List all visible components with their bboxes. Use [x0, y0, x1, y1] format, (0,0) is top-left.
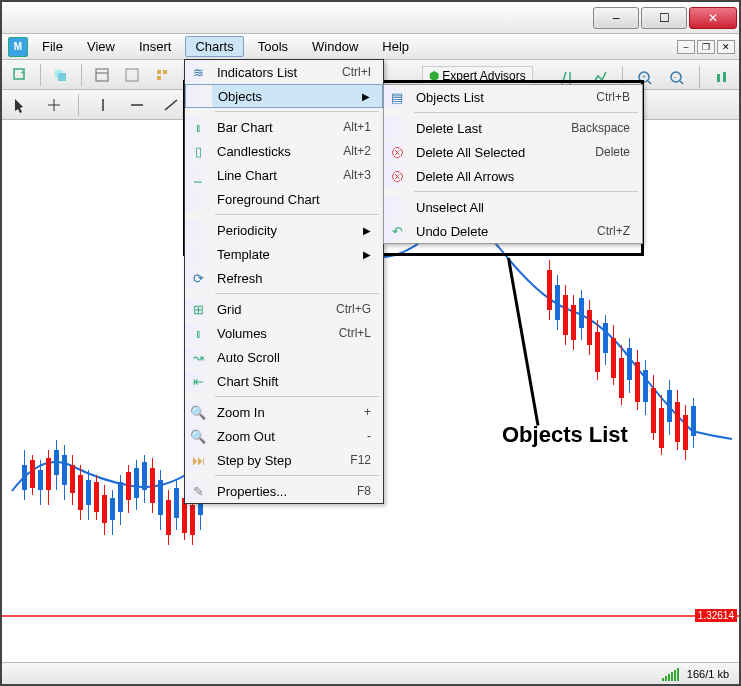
submenu-arrow-icon: ▶ — [343, 225, 371, 236]
svg-rect-6 — [126, 69, 138, 81]
mdi-close-button[interactable]: ✕ — [717, 40, 735, 54]
expert-advisors-button[interactable]: ⬢ Expert Advisors — [422, 66, 533, 86]
menu-step[interactable]: ⏭ Step by Step F12 — [185, 448, 383, 472]
svg-text:-: - — [674, 73, 677, 80]
menu-grid[interactable]: ⊞ Grid Ctrl+G — [185, 297, 383, 321]
menu-file[interactable]: File — [32, 36, 73, 57]
volumes-icon: ⫾ — [195, 326, 202, 341]
bar-chart-icon: ⫾ — [195, 120, 202, 135]
menu-refresh[interactable]: ⟳ Refresh — [185, 266, 383, 290]
svg-line-8 — [648, 81, 651, 84]
shift-icon: ⇤ — [193, 374, 204, 389]
menu-zoom-out[interactable]: 🔍 Zoom Out - — [185, 424, 383, 448]
profiles-button[interactable] — [49, 63, 73, 87]
properties-icon: ✎ — [193, 484, 204, 499]
submenu-objects-list[interactable]: ▤ Objects List Ctrl+B — [384, 85, 642, 109]
new-chart-button[interactable]: + — [8, 63, 32, 87]
delete-selected-icon: ⮾ — [391, 145, 404, 160]
cursor-button[interactable] — [8, 93, 32, 117]
menu-window[interactable]: Window — [302, 36, 368, 57]
submenu-unselect[interactable]: Unselect All — [384, 195, 642, 219]
scroll-icon: ↝ — [193, 350, 204, 365]
menu-help[interactable]: Help — [372, 36, 419, 57]
menu-line-chart[interactable]: ⎯ Line Chart Alt+3 — [185, 163, 383, 187]
menu-objects[interactable]: Objects ▶ — [185, 84, 383, 108]
expert-hat-icon: ⬢ — [429, 69, 439, 83]
window-minimize-button[interactable]: – — [593, 7, 639, 29]
mdi-minimize-button[interactable]: – — [677, 40, 695, 54]
zoom-in-icon: 🔍 — [190, 405, 206, 420]
expert-advisors-label: Expert Advisors — [442, 69, 525, 83]
submenu-undo-delete[interactable]: ↶ Undo Delete Ctrl+Z — [384, 219, 642, 243]
trendline-button[interactable] — [159, 93, 183, 117]
mdi-controls: – ❐ ✕ — [677, 40, 739, 54]
zoom-out-icon: 🔍 — [190, 429, 206, 444]
status-kb: 166/1 kb — [687, 668, 729, 680]
menu-charts[interactable]: Charts — [185, 36, 243, 57]
menu-bar-chart[interactable]: ⫾ Bar Chart Alt+1 — [185, 115, 383, 139]
annotation-label: Objects List — [502, 422, 628, 448]
objects-submenu: ▤ Objects List Ctrl+B Delete Last Backsp… — [383, 84, 643, 244]
svg-rect-4 — [96, 69, 108, 81]
window-maximize-button[interactable]: ☐ — [641, 7, 687, 29]
refresh-icon: ⟳ — [193, 271, 204, 286]
vertical-line-button[interactable] — [91, 93, 115, 117]
menu-chart-shift[interactable]: ⇤ Chart Shift — [185, 369, 383, 393]
submenu-delete-selected[interactable]: ⮾ Delete All Selected Delete — [384, 140, 642, 164]
titlebar: – ☐ ✕ — [2, 2, 739, 34]
crosshair-button[interactable] — [42, 93, 66, 117]
zoom-out-button[interactable]: - — [665, 66, 689, 90]
navigator-button[interactable] — [150, 63, 174, 87]
line-chart-icon: ⎯ — [194, 168, 202, 183]
list-icon: ▤ — [391, 90, 403, 105]
menu-auto-scroll[interactable]: ↝ Auto Scroll — [185, 345, 383, 369]
svg-rect-14 — [723, 72, 726, 82]
svg-line-11 — [680, 81, 683, 84]
svg-rect-3 — [58, 73, 66, 81]
svg-text:+: + — [20, 68, 25, 77]
price-label: 1.32614 — [695, 609, 737, 622]
delete-arrows-icon: ⮾ — [391, 169, 404, 184]
menu-periodicity[interactable]: Periodicity ▶ — [185, 218, 383, 242]
indicators-icon: ≋ — [193, 65, 204, 80]
step-icon: ⏭ — [192, 453, 205, 468]
connection-bars-icon — [662, 667, 679, 681]
menu-zoom-in[interactable]: 🔍 Zoom In + — [185, 400, 383, 424]
app-icon: M — [8, 37, 28, 57]
submenu-arrow-icon: ▶ — [343, 249, 371, 260]
app-window: – ☐ ✕ M File View Insert Charts Tools Wi… — [0, 0, 741, 686]
chart-type-button[interactable] — [710, 66, 734, 90]
grid-icon: ⊞ — [193, 302, 204, 317]
menu-view[interactable]: View — [77, 36, 125, 57]
menu-volumes[interactable]: ⫾ Volumes Ctrl+L — [185, 321, 383, 345]
menu-tools[interactable]: Tools — [248, 36, 298, 57]
charts-dropdown-menu: ≋ Indicators List Ctrl+I Objects ▶ ⫾ Bar… — [184, 59, 384, 504]
horizontal-line-button[interactable] — [125, 93, 149, 117]
submenu-delete-arrows[interactable]: ⮾ Delete All Arrows — [384, 164, 642, 188]
statusbar: 166/1 kb — [2, 662, 739, 684]
menu-indicators-list[interactable]: ≋ Indicators List Ctrl+I — [185, 60, 383, 84]
undo-icon: ↶ — [392, 224, 403, 239]
submenu-delete-last[interactable]: Delete Last Backspace — [384, 116, 642, 140]
mdi-restore-button[interactable]: ❐ — [697, 40, 715, 54]
submenu-arrow-icon: ▶ — [342, 91, 370, 102]
menu-template[interactable]: Template ▶ — [185, 242, 383, 266]
menubar: M File View Insert Charts Tools Window H… — [2, 34, 739, 60]
menu-candlesticks[interactable]: ▯ Candlesticks Alt+2 — [185, 139, 383, 163]
menu-foreground[interactable]: Foreground Chart — [185, 187, 383, 211]
svg-rect-13 — [717, 74, 720, 82]
market-watch-button[interactable] — [90, 63, 114, 87]
svg-text:+: + — [642, 73, 646, 80]
candle-icon: ▯ — [195, 144, 202, 159]
data-window-button[interactable] — [120, 63, 144, 87]
window-close-button[interactable]: ✕ — [689, 7, 737, 29]
svg-line-19 — [165, 100, 177, 110]
menu-insert[interactable]: Insert — [129, 36, 182, 57]
menu-properties[interactable]: ✎ Properties... F8 — [185, 479, 383, 503]
